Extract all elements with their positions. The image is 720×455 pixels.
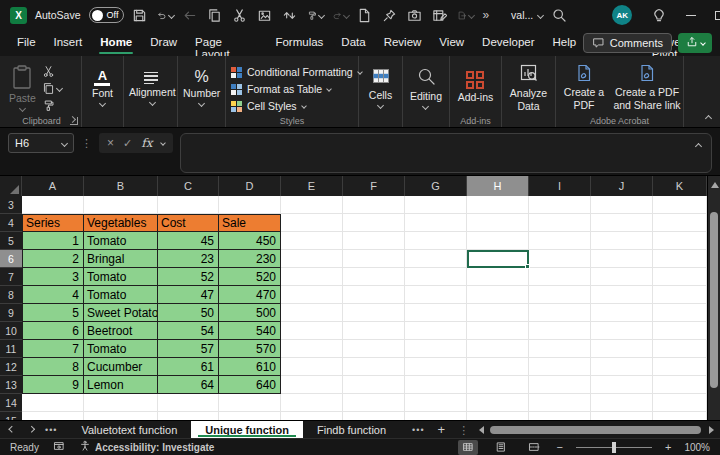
- macro-record-icon[interactable]: [53, 440, 65, 454]
- tab-file[interactable]: File: [8, 30, 45, 56]
- cell-h9[interactable]: [467, 304, 529, 322]
- cell-h3[interactable]: [467, 196, 529, 214]
- cell-f15[interactable]: [343, 412, 405, 420]
- zoom-slider[interactable]: [576, 447, 652, 448]
- cell-b13[interactable]: Lemon: [84, 376, 158, 394]
- cell-f5[interactable]: [343, 232, 405, 250]
- cell-j8[interactable]: [591, 286, 653, 304]
- cell-e15[interactable]: [281, 412, 343, 420]
- cell-i12[interactable]: [529, 358, 591, 376]
- row-header-6[interactable]: 6: [0, 250, 22, 268]
- cell-d6[interactable]: 230: [219, 250, 281, 268]
- cell-k13[interactable]: [653, 376, 707, 394]
- cell-d3[interactable]: [219, 196, 281, 214]
- cut-button[interactable]: [42, 64, 62, 78]
- cell-f8[interactable]: [343, 286, 405, 304]
- cell-c14[interactable]: [158, 394, 219, 412]
- cell-a13[interactable]: 9: [22, 376, 84, 394]
- cell-g5[interactable]: [405, 232, 467, 250]
- cell-e12[interactable]: [281, 358, 343, 376]
- horizontal-scroll-thumb[interactable]: [490, 426, 701, 434]
- copy-button[interactable]: [42, 81, 62, 95]
- cell-a8[interactable]: 4: [22, 286, 84, 304]
- column-header-f[interactable]: F: [343, 176, 405, 196]
- cell-g14[interactable]: [405, 394, 467, 412]
- cell-f11[interactable]: [343, 340, 405, 358]
- zoom-in-button[interactable]: +: [665, 442, 671, 453]
- cell-b15[interactable]: [84, 412, 158, 420]
- zoom-slider-thumb[interactable]: [612, 442, 616, 453]
- row-header-4[interactable]: 4: [0, 214, 22, 232]
- cell-d10[interactable]: 540: [219, 322, 281, 340]
- cell-g9[interactable]: [405, 304, 467, 322]
- cell-e4[interactable]: [281, 214, 343, 232]
- cell-a11[interactable]: 7: [22, 340, 84, 358]
- cancel-icon[interactable]: ×: [107, 136, 114, 150]
- cell-i3[interactable]: [529, 196, 591, 214]
- column-header-b[interactable]: B: [84, 176, 158, 196]
- column-header-c[interactable]: C: [158, 176, 219, 196]
- cell-j3[interactable]: [591, 196, 653, 214]
- cell-d7[interactable]: 520: [219, 268, 281, 286]
- cell-k4[interactable]: [653, 214, 707, 232]
- cell-f4[interactable]: [343, 214, 405, 232]
- paste-picture-icon[interactable]: [257, 7, 274, 24]
- cell-i7[interactable]: [529, 268, 591, 286]
- row-header-11[interactable]: 11: [0, 340, 22, 358]
- format-painter-button[interactable]: [42, 98, 62, 112]
- cell-d5[interactable]: 450: [219, 232, 281, 250]
- cell-h8[interactable]: [467, 286, 529, 304]
- cell-j9[interactable]: [591, 304, 653, 322]
- cell-h14[interactable]: [467, 394, 529, 412]
- cell-b14[interactable]: [84, 394, 158, 412]
- worksheet-grid[interactable]: ABCDEFGHIJK34SeriesVegetablesCostSale51T…: [0, 176, 720, 420]
- fill-handle[interactable]: [525, 264, 530, 269]
- previous-sheet-icon[interactable]: [9, 426, 15, 432]
- minimize-button[interactable]: [686, 15, 696, 16]
- cell-c13[interactable]: 64: [158, 376, 219, 394]
- create-pdf-share-button[interactable]: Create a PDF and Share link: [611, 64, 683, 110]
- cell-c3[interactable]: [158, 196, 219, 214]
- tab-formulas[interactable]: Formulas: [266, 30, 332, 56]
- cell-g13[interactable]: [405, 376, 467, 394]
- cell-e8[interactable]: [281, 286, 343, 304]
- cell-d8[interactable]: 470: [219, 286, 281, 304]
- sheet-tab-unique-function[interactable]: Unique function: [191, 421, 303, 438]
- format-painter-icon[interactable]: [307, 7, 324, 24]
- column-header-i[interactable]: I: [529, 176, 591, 196]
- cell-e6[interactable]: [281, 250, 343, 268]
- cell-b4[interactable]: Vegetables: [84, 214, 158, 232]
- vertical-scrollbar[interactable]: [707, 176, 720, 420]
- cell-d14[interactable]: [219, 394, 281, 412]
- cell-b9[interactable]: Sweet Potato: [84, 304, 158, 322]
- cell-j5[interactable]: [591, 232, 653, 250]
- cell-c12[interactable]: 61: [158, 358, 219, 376]
- cell-b10[interactable]: Beetroot: [84, 322, 158, 340]
- cell-g12[interactable]: [405, 358, 467, 376]
- cell-j15[interactable]: [591, 412, 653, 420]
- cell-b5[interactable]: Tomato: [84, 232, 158, 250]
- cell-f12[interactable]: [343, 358, 405, 376]
- screenshot-icon[interactable]: [407, 7, 424, 24]
- cell-h11[interactable]: [467, 340, 529, 358]
- cell-h12[interactable]: [467, 358, 529, 376]
- cell-f13[interactable]: [343, 376, 405, 394]
- cell-j7[interactable]: [591, 268, 653, 286]
- cell-g6[interactable]: [405, 250, 467, 268]
- cell-g7[interactable]: [405, 268, 467, 286]
- qat-overflow-button[interactable]: »: [482, 8, 489, 22]
- cell-b3[interactable]: [84, 196, 158, 214]
- analyze-data-button[interactable]: Analyze Data: [507, 63, 550, 111]
- cell-e5[interactable]: [281, 232, 343, 250]
- cell-c8[interactable]: 47: [158, 286, 219, 304]
- cell-b6[interactable]: Bringal: [84, 250, 158, 268]
- cell-f10[interactable]: [343, 322, 405, 340]
- cell-k5[interactable]: [653, 232, 707, 250]
- cell-e7[interactable]: [281, 268, 343, 286]
- row-header-8[interactable]: 8: [0, 286, 22, 304]
- addins-button[interactable]: Add-ins: [458, 71, 494, 103]
- cell-e10[interactable]: [281, 322, 343, 340]
- zoom-out-button[interactable]: −: [557, 442, 563, 453]
- tab-draw[interactable]: Draw: [141, 30, 186, 56]
- vertical-scroll-thumb[interactable]: [710, 212, 718, 388]
